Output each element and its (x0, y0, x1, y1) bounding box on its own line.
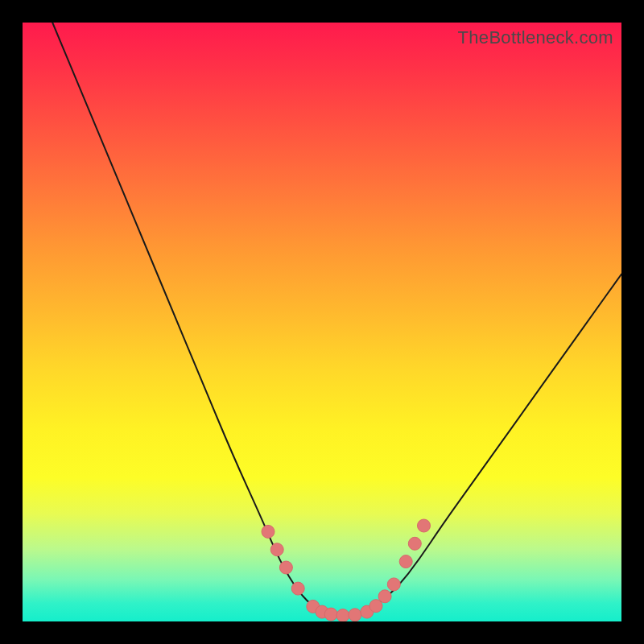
highlight-marker (279, 561, 292, 574)
highlight-marker (336, 609, 349, 621)
highlight-marker (378, 590, 391, 603)
highlight-marker (349, 609, 361, 621)
highlight-marker (262, 525, 275, 538)
highlight-marker (324, 608, 337, 621)
chart-svg (23, 23, 621, 621)
chart-frame: TheBottleneck.com (0, 0, 644, 644)
highlight-marker (291, 582, 304, 595)
highlight-marker (418, 519, 431, 532)
highlight-marker (387, 578, 400, 591)
chart-plot-area: TheBottleneck.com (23, 23, 621, 621)
bottleneck-curve-line (52, 23, 621, 616)
highlight-marker (270, 543, 283, 556)
highlight-marker (399, 555, 412, 568)
highlight-markers (262, 519, 431, 621)
highlight-marker (408, 537, 421, 550)
